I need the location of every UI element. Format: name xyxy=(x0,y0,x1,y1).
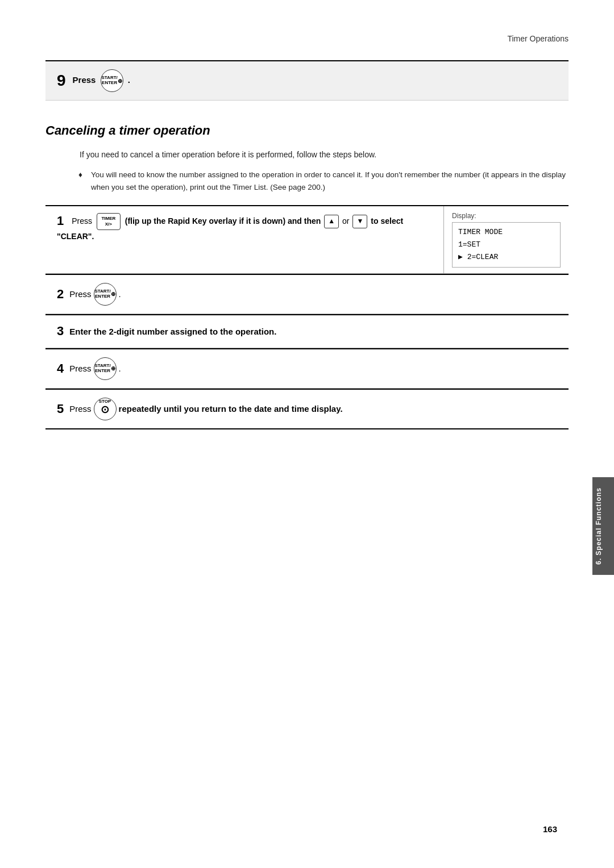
step-1-display: Display: TIMER MODE 1=SET ▶ 2=CLEAR xyxy=(443,206,569,273)
section-title-text: Timer Operations xyxy=(507,34,569,43)
step-4-number: 4 xyxy=(57,361,64,377)
stop-button-icon: STOP ⊙ xyxy=(94,398,117,420)
step-1-flip-text: (flip up the Rapid Key overlay if it is … xyxy=(125,216,323,225)
step-2-period: . xyxy=(119,289,121,299)
step-2-row: 2 Press START/ENTER⊕ . xyxy=(45,274,569,314)
side-tab-special-functions: 6. Special Functions xyxy=(592,477,614,575)
step-5-text: repeatedly until you return to the date … xyxy=(119,404,343,414)
display-label: Display: xyxy=(452,212,561,220)
step-2-press-label: Press xyxy=(69,289,91,299)
canceling-section-heading: Canceling a timer operation xyxy=(45,123,569,138)
step-3-text: Enter the 2-digit number assigned to the… xyxy=(69,327,276,336)
step-9-press-label: Press xyxy=(73,75,96,85)
step-3-number: 3 xyxy=(57,323,64,340)
step-3-row: 3 Enter the 2-digit number assigned to t… xyxy=(45,314,569,348)
step-9-text: Press START/ENTER⊕ . xyxy=(73,69,130,92)
step-9-block: 9 Press START/ENTER⊕ . xyxy=(45,60,569,101)
step-1-left: 1 Press TIMERX/> (flip up the Rapid Key … xyxy=(45,206,443,273)
start-enter-button-icon-4: START/ENTER⊕ xyxy=(94,357,117,380)
page-number: 163 xyxy=(543,824,557,834)
steps-area: 1 Press TIMERX/> (flip up the Rapid Key … xyxy=(45,205,569,429)
step-2-number: 2 xyxy=(57,286,64,303)
step-1-row: 1 Press TIMERX/> (flip up the Rapid Key … xyxy=(45,205,569,274)
step-1-or-text: or xyxy=(342,216,351,225)
timer-x-button-icon: TIMERX/> xyxy=(97,213,121,230)
up-arrow-icon: ▲ xyxy=(324,215,339,228)
display-box: TIMER MODE 1=SET ▶ 2=CLEAR xyxy=(452,222,561,268)
step-4-row: 4 Press START/ENTER⊕ . xyxy=(45,348,569,389)
display-line-1: TIMER MODE xyxy=(458,226,554,239)
start-enter-button-icon-9: START/ENTER⊕ xyxy=(101,69,123,92)
step-5-press-label: Press xyxy=(69,404,91,414)
step-5-number: 5 xyxy=(57,401,64,418)
section-title: Timer Operations xyxy=(45,34,569,43)
canceling-intro-text: If you need to cancel a timer operation … xyxy=(80,148,569,161)
step-1-number: 1 xyxy=(57,214,64,228)
step-4-period: . xyxy=(119,364,121,373)
start-enter-button-icon-2: START/ENTER⊕ xyxy=(94,283,117,306)
side-tab-text: 6. Special Functions xyxy=(595,487,603,565)
step-5-row: 5 Press STOP ⊙ repeatedly until you retu… xyxy=(45,389,569,429)
display-line-2: 1=SET xyxy=(458,239,554,251)
down-arrow-icon: ▼ xyxy=(352,215,367,228)
step-9-period: . xyxy=(128,75,130,85)
step-9-number: 9 xyxy=(57,72,66,90)
display-line-3: ▶ 2=CLEAR xyxy=(458,251,554,264)
step-1-press-label: Press xyxy=(72,216,94,225)
step-4-press-label: Press xyxy=(69,364,91,373)
canceling-bullet-note: You will need to know the number assigne… xyxy=(91,169,569,193)
page-container: Timer Operations 9 Press START/ENTER⊕ . … xyxy=(0,0,614,868)
